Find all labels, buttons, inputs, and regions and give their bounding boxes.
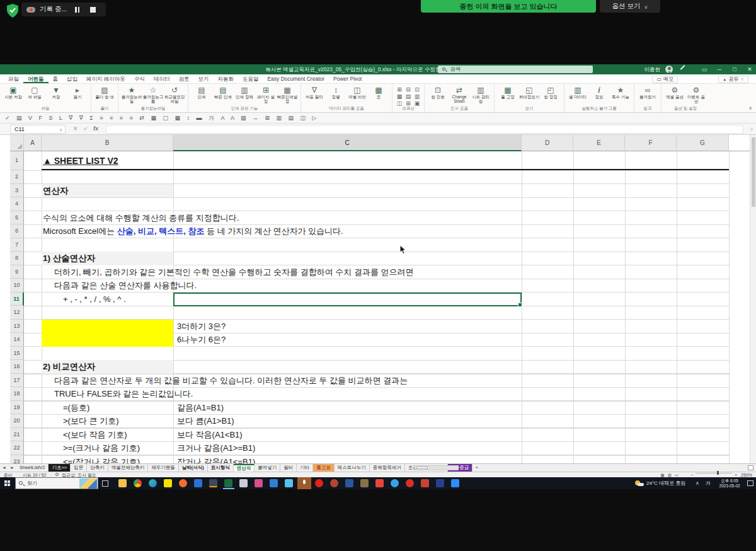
file-explorer-icon[interactable] bbox=[118, 479, 127, 487]
vertical-scrollbar[interactable] bbox=[750, 135, 756, 463]
acrobat-icon[interactable] bbox=[406, 479, 414, 487]
sheet-tab[interactable]: 표시형식 bbox=[208, 464, 234, 472]
cancel-icon[interactable] bbox=[73, 125, 78, 132]
cell-b5-text[interactable]: 수식의 요소에 대해 수행할 계산의 종류를 지정합니다. bbox=[43, 211, 239, 225]
sheet-tab-active[interactable]: 연산자 bbox=[234, 464, 255, 472]
tab-review[interactable]: 검토 bbox=[174, 74, 193, 83]
tab-easy-document-creator[interactable]: Easy Document Creator bbox=[263, 74, 329, 83]
row-header[interactable]: 5 bbox=[10, 211, 24, 225]
name-box[interactable]: C11 bbox=[10, 125, 66, 134]
taskbar-search[interactable]: 찾기 bbox=[15, 477, 98, 489]
new-file-button[interactable]: 새 파일 bbox=[24, 86, 45, 99]
cell-b1-text[interactable]: ▲ SHEET LIST V2 bbox=[43, 151, 118, 170]
save-copy-button[interactable]: 사본 저장 bbox=[3, 86, 24, 99]
table-button[interactable]: 표 bbox=[368, 86, 389, 99]
row-header[interactable]: 15 bbox=[10, 347, 24, 361]
share-button[interactable]: 공유 bbox=[718, 76, 748, 83]
row-header[interactable]: 12 bbox=[10, 306, 24, 320]
window-fix-button[interactable]: 창 정정 bbox=[540, 86, 561, 99]
column-header-g[interactable]: G bbox=[677, 135, 729, 151]
sublime-icon[interactable] bbox=[209, 479, 217, 487]
row-header[interactable]: 6 bbox=[10, 224, 24, 238]
cell-b11-text[interactable]: + , - , * , / , % , ^ . bbox=[63, 293, 126, 306]
maximize-button[interactable] bbox=[728, 64, 741, 74]
cell-b6-text[interactable]: Microsoft Excel에는 산술, 비교, 텍스트, 참조 등 네 가지… bbox=[43, 224, 343, 238]
cell-b23-text[interactable]: <=(작거나 같음 기호) bbox=[63, 455, 140, 464]
hancom-icon[interactable] bbox=[375, 479, 384, 487]
special-feature-button[interactable]: 특수 기능 bbox=[610, 86, 631, 99]
defender-icon[interactable] bbox=[270, 479, 278, 487]
powerpoint-icon[interactable] bbox=[421, 479, 429, 487]
sort-button[interactable]: 정렬 bbox=[325, 86, 346, 99]
pivot-button[interactable]: 야별 피벗 bbox=[346, 86, 368, 99]
cell-b20-text[interactable]: >(보다 큰 기호) bbox=[63, 414, 118, 428]
expand-formula-bar-icon[interactable] bbox=[750, 125, 753, 132]
cell-c22-text[interactable]: 크거나 같음(A1>=B1) bbox=[177, 441, 255, 455]
row-header-selected[interactable]: 11 bbox=[10, 293, 24, 306]
word-icon[interactable] bbox=[345, 479, 353, 487]
change-sheet-button[interactable]: Change Sheet bbox=[449, 86, 470, 103]
auto-filter-button[interactable]: 자동 필터 bbox=[304, 86, 325, 99]
cell-data-button[interactable]: 셀 데이터 bbox=[567, 86, 588, 99]
tab-help[interactable]: 도움말 bbox=[238, 74, 263, 83]
search-input[interactable]: 검색 bbox=[438, 66, 593, 73]
column-header-c[interactable]: C bbox=[173, 135, 522, 151]
open-button[interactable]: 열기 bbox=[67, 86, 88, 99]
tab-view[interactable]: 보기 bbox=[193, 74, 213, 83]
tray-caret[interactable]: ∧ bbox=[696, 477, 699, 489]
sheet-tab[interactable]: 중복항목제거 bbox=[370, 464, 405, 472]
recent-files-button[interactable]: 최근열었던파일 bbox=[164, 86, 185, 103]
row-header[interactable]: 18 bbox=[10, 387, 24, 401]
search-app-icon[interactable] bbox=[179, 479, 187, 487]
cell-c21-text[interactable]: 보다 작음(A1<B1) bbox=[177, 428, 243, 442]
language-indicator[interactable]: 가 bbox=[706, 477, 711, 489]
zoom-slider-thumb[interactable] bbox=[717, 471, 719, 475]
sheet-tab[interactable]: 필터 bbox=[280, 464, 297, 472]
sheet-tab[interactable]: 날짜(서식) bbox=[179, 464, 208, 472]
zoom-slider[interactable] bbox=[696, 473, 732, 473]
photos-icon[interactable] bbox=[255, 479, 263, 487]
row-header[interactable]: 14 bbox=[10, 333, 24, 347]
row-header[interactable]: 17 bbox=[10, 374, 24, 388]
row-header[interactable]: 4 bbox=[10, 197, 24, 211]
formula-input[interactable] bbox=[106, 125, 743, 134]
cell-c19-text[interactable]: 같음(A1=B1) bbox=[177, 401, 224, 415]
scrollbar-thumb[interactable] bbox=[752, 137, 755, 207]
sheet-manager-button[interactable]: 시트 관리창 bbox=[470, 86, 491, 103]
page-setup-button[interactable]: 페이지 설정 bbox=[255, 86, 277, 103]
cell-b9-text[interactable]: 더하기, 빼기, 곱하기와 같은 기본적인 수학 연산을 수행하고 숫자를 결합… bbox=[54, 265, 414, 279]
zoom-app-icon[interactable] bbox=[451, 479, 459, 487]
excel-icon[interactable] bbox=[224, 479, 232, 487]
onenote-icon[interactable] bbox=[239, 479, 248, 487]
tab-file[interactable]: 파일 bbox=[4, 74, 23, 83]
minimize-button[interactable] bbox=[713, 64, 726, 74]
zip-app-icon[interactable] bbox=[360, 479, 369, 487]
close-button[interactable] bbox=[743, 64, 756, 74]
row-header[interactable]: 22 bbox=[10, 441, 24, 455]
print-button[interactable]: 인쇄 bbox=[191, 86, 212, 99]
column-header-b[interactable]: B bbox=[42, 135, 173, 151]
sheet-tab[interactable]: 기타 bbox=[297, 464, 313, 472]
task-view-button[interactable] bbox=[102, 480, 108, 487]
tab-custom-active[interactable]: 어쩐들 bbox=[23, 74, 49, 83]
column-header-d[interactable]: D bbox=[522, 135, 573, 151]
cell-b16-text[interactable]: 2) 비교연산자 bbox=[43, 360, 95, 374]
pin-app-icon[interactable] bbox=[330, 479, 338, 487]
tab-data[interactable]: 데이터 bbox=[149, 74, 175, 83]
cell-c13-text[interactable]: 3더하기 3은? bbox=[177, 320, 226, 334]
fx-icon[interactable]: fx bbox=[93, 125, 98, 132]
youtube-icon[interactable] bbox=[315, 479, 323, 487]
sheet-tab[interactable]: 붙여넣기 bbox=[255, 464, 280, 472]
cell-b21-text[interactable]: <(보다 작음 기호) bbox=[63, 428, 127, 442]
row-header[interactable]: 19 bbox=[10, 401, 24, 415]
sheet-tab[interactable]: 틀고정 bbox=[313, 464, 335, 472]
quick-print-button[interactable]: 빠른 인쇄 bbox=[212, 86, 234, 99]
tab-home[interactable]: 홈 bbox=[49, 74, 63, 83]
row-header[interactable]: 13 bbox=[10, 320, 24, 334]
comments-button[interactable]: 메모 bbox=[652, 76, 678, 83]
photoshop-icon[interactable] bbox=[436, 479, 444, 487]
tab-automate[interactable]: 자동화 bbox=[213, 74, 238, 83]
cell-c14-text[interactable]: 6나누기 6은? bbox=[177, 333, 226, 347]
info-button[interactable]: 정보 bbox=[588, 86, 610, 99]
cell-b10-text[interactable]: 다음과 같은 산술 연산자를 사용합니다. bbox=[54, 279, 197, 293]
